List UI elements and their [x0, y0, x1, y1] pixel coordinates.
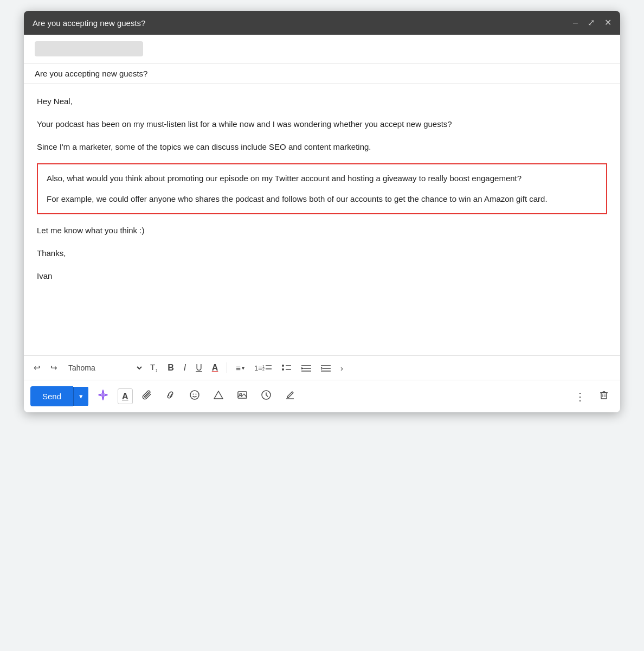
signature-button[interactable] — [280, 386, 300, 406]
link-icon — [165, 390, 176, 400]
indent-decrease-svg — [301, 363, 311, 372]
photo-icon — [237, 390, 248, 400]
bullet-list-button[interactable] — [279, 361, 295, 374]
numbered-list-icon: 1≡ — [254, 364, 262, 372]
greeting: Hey Neal, — [37, 95, 607, 108]
send-button[interactable]: Send — [30, 386, 73, 406]
align-dropdown-arrow: ▾ — [242, 365, 244, 371]
close-button[interactable]: ✕ — [604, 18, 611, 27]
highlighted-paragraph2: For example, we could offer anyone who s… — [47, 193, 597, 206]
emoji-icon — [189, 390, 200, 400]
closing2: Thanks, — [37, 247, 607, 260]
insert-emoji-button[interactable] — [185, 386, 204, 406]
svg-rect-29 — [601, 393, 607, 399]
sparkle-icon — [97, 389, 109, 401]
svg-text:2: 2 — [262, 367, 265, 371]
undo-button[interactable]: ↩ — [30, 361, 44, 375]
font-color-icon: A — [212, 363, 218, 373]
formatting-toolbar: ↩ ↪ Tahoma Arial Times New Roman T↕ B I … — [24, 355, 620, 380]
window-title: Are you accepting new guests? — [33, 18, 145, 28]
font-family-select[interactable]: Tahoma Arial Times New Roman — [64, 362, 144, 374]
window-controls: – ⤢ ✕ — [573, 18, 611, 27]
svg-point-19 — [190, 391, 199, 399]
more-options-icon: ⋮ — [575, 391, 585, 403]
paragraph2: Since I'm a marketer, some of the topics… — [37, 141, 607, 154]
highlighted-paragraph1: Also, what would you think about promoti… — [47, 172, 597, 185]
svg-point-20 — [192, 394, 194, 395]
more-options-button[interactable]: ⋮ — [570, 388, 590, 405]
insert-photo-button[interactable] — [233, 386, 252, 406]
clock-icon — [261, 390, 272, 400]
paragraph1: Your podcast has been on my must-listen … — [37, 118, 607, 131]
svg-marker-11 — [301, 367, 304, 369]
signature: Ivan — [37, 270, 607, 283]
bullet-list-svg — [282, 363, 292, 372]
subject-text: Are you accepting new guests? — [35, 69, 147, 78]
insert-link-button[interactable] — [161, 386, 181, 406]
indent-increase-svg — [321, 363, 331, 372]
italic-button[interactable]: I — [181, 361, 189, 375]
format-text-button[interactable]: A — [118, 388, 133, 404]
paperclip-icon — [141, 390, 152, 400]
svg-point-4 — [282, 365, 284, 367]
numbered-list-button[interactable]: 1≡ 12 — [251, 361, 275, 374]
highlighted-section: Also, what would you think about promoti… — [37, 163, 607, 214]
font-family-group: Tahoma Arial Times New Roman — [64, 362, 144, 374]
schedule-send-button[interactable] — [256, 386, 276, 406]
subject-bar: Are you accepting new guests? — [24, 63, 620, 84]
indent-decrease-button[interactable] — [298, 361, 314, 374]
minimize-button[interactable]: – — [573, 18, 578, 27]
indent-increase-button[interactable] — [318, 361, 334, 374]
redo-button[interactable]: ↪ — [47, 361, 61, 375]
window-titlebar: Are you accepting new guests? – ⤢ ✕ — [24, 11, 620, 35]
trash-icon — [598, 390, 609, 400]
toolbar-divider-1 — [227, 362, 227, 373]
bottom-action-bar: Send ▾ A — [24, 380, 620, 412]
maximize-button[interactable]: ⤢ — [588, 18, 595, 27]
recipient-chip — [35, 41, 143, 56]
font-size-button[interactable]: T↕ — [147, 360, 161, 375]
align-button[interactable]: ≡▾ — [233, 361, 248, 375]
bold-button[interactable]: B — [164, 361, 177, 375]
svg-line-17 — [321, 368, 323, 369]
svg-point-18 — [102, 394, 104, 396]
font-size-icon: T↕ — [150, 362, 158, 373]
font-color-button[interactable]: A — [209, 361, 222, 375]
svg-marker-22 — [214, 391, 223, 399]
svg-rect-23 — [238, 392, 247, 398]
svg-point-21 — [195, 394, 196, 395]
email-compose-window: Are you accepting new guests? – ⤢ ✕ Are … — [24, 11, 620, 412]
more-formatting-icon: › — [340, 363, 343, 373]
svg-line-27 — [266, 395, 268, 397]
attach-file-button[interactable] — [137, 386, 157, 406]
email-body: Hey Neal, Your podcast has been on my mu… — [24, 84, 620, 355]
format-a-icon: A — [122, 392, 128, 401]
numbered-list-svg: 12 — [262, 363, 272, 372]
send-dropdown-button[interactable]: ▾ — [73, 387, 88, 406]
svg-point-6 — [282, 368, 284, 371]
more-formatting-button[interactable]: › — [337, 361, 346, 375]
underline-button[interactable]: U — [192, 361, 205, 375]
discard-button[interactable] — [594, 387, 614, 405]
align-icon: ≡ — [236, 363, 241, 373]
send-button-group: Send ▾ — [30, 386, 88, 406]
drive-icon — [213, 390, 224, 400]
sparkle-button[interactable] — [93, 386, 113, 407]
recipient-bar — [24, 35, 620, 63]
insert-drive-button[interactable] — [209, 386, 228, 406]
pen-icon — [285, 390, 295, 400]
closing1: Let me know what you think :) — [37, 224, 607, 237]
